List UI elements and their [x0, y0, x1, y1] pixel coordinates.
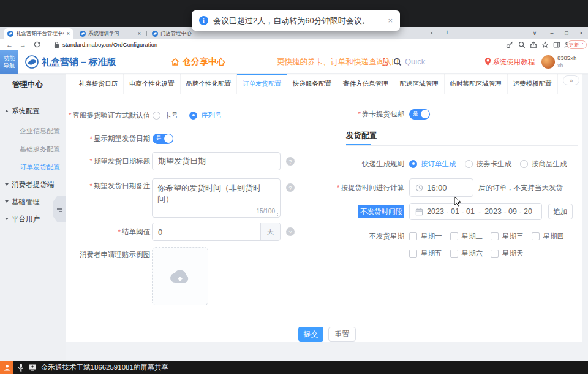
- url-text[interactable]: standard.maboy.cn/OrdConfiguration: [62, 39, 157, 50]
- sidebar-group-system-config[interactable]: 系统配置: [5, 107, 40, 115]
- expected-date-title-input[interactable]: 期望发货日期: [152, 152, 281, 170]
- mouse-cursor: [454, 196, 462, 207]
- checkbox-saturday[interactable]: [450, 250, 458, 258]
- tab-order-delivery-config[interactable]: 订单发货配置: [237, 74, 287, 94]
- password-key-icon[interactable]: [506, 41, 513, 48]
- checkbox-label[interactable]: 星期一: [421, 232, 442, 241]
- checkbox-monday[interactable]: [409, 232, 417, 240]
- submit-button[interactable]: 提交: [298, 327, 323, 342]
- window-close-button[interactable]: ×: [575, 27, 588, 39]
- resize-handle-icon[interactable]: [275, 212, 279, 216]
- radio-label[interactable]: 按商品生成: [532, 159, 567, 169]
- caret-down-icon: [5, 183, 9, 186]
- tutorial-link[interactable]: 系统使用教程: [492, 50, 535, 74]
- bookmark-star-icon[interactable]: [541, 41, 549, 48]
- checkbox-friday[interactable]: [409, 250, 417, 258]
- sidebar-collapse-handle[interactable]: [53, 196, 66, 222]
- window-maximize-button[interactable]: □: [560, 27, 573, 39]
- warehouse-share-label: 仓分享中心: [183, 56, 225, 67]
- tab-sender-info[interactable]: 寄件方信息管理: [337, 74, 394, 94]
- checkbox-label[interactable]: 星期三: [502, 232, 524, 241]
- tab-close-icon[interactable]: ×: [138, 31, 141, 37]
- checkbox-wednesday[interactable]: [491, 232, 499, 240]
- chrome-update-button[interactable]: 更新 ⋮: [567, 40, 587, 49]
- clock-icon: [415, 184, 423, 192]
- char-counter: 15/100: [256, 207, 275, 216]
- sidebar-item-basic-service[interactable]: 基础服务配置: [20, 145, 60, 153]
- window-menu-button[interactable]: ∨: [528, 27, 541, 39]
- sidebar-group-consumer[interactable]: 消费者提货端: [5, 180, 54, 189]
- free-shipping-toggle[interactable]: 是: [409, 109, 430, 120]
- radio-by-coupon[interactable]: [465, 160, 473, 168]
- quick-search-label[interactable]: Quick: [405, 50, 425, 74]
- radio-label[interactable]: 按订单生成: [421, 159, 456, 169]
- radio-label[interactable]: 按券卡生成: [477, 159, 512, 169]
- date-start-value[interactable]: 2023 - 01 - 01: [423, 207, 478, 216]
- radio-by-order[interactable]: [409, 160, 417, 168]
- back-button[interactable]: ←: [6, 40, 13, 49]
- checkbox-label[interactable]: 星期六: [462, 249, 483, 258]
- row-verify-method: *客服提货验证方式默认值 卡号 序列号: [66, 106, 323, 124]
- reset-button[interactable]: 重置: [328, 327, 356, 342]
- settle-threshold-input[interactable]: 0 天: [152, 223, 281, 241]
- tab-brand-custom[interactable]: 品牌个性化配置: [181, 74, 238, 94]
- new-tab-button[interactable]: +: [445, 28, 450, 37]
- sidebar-item-enterprise-info[interactable]: 企业信息配置: [20, 126, 60, 135]
- show-date-toggle[interactable]: 是: [153, 134, 173, 144]
- tab-coupon-calendar[interactable]: 礼券提货日历: [73, 74, 124, 94]
- search-icon[interactable]: [393, 58, 402, 66]
- radio-label[interactable]: 序列号: [201, 111, 222, 120]
- tab-temp-forbidden-region[interactable]: 临时禁配区域管理: [445, 74, 508, 94]
- screen-share-icon[interactable]: [28, 364, 37, 371]
- tab-delivery-region[interactable]: 配送区域管理: [394, 74, 445, 94]
- refresh-button[interactable]: [34, 41, 40, 48]
- forward-button[interactable]: →: [20, 40, 26, 49]
- tabs-overflow-button[interactable]: »: [563, 75, 579, 85]
- notification-close-icon[interactable]: ×: [388, 16, 393, 25]
- sidebar-group-basic-mgmt[interactable]: 基础管理: [5, 197, 40, 206]
- date-range-input[interactable]: 2023 - 01 - 01 - 2023 - 09 - 20: [409, 203, 542, 220]
- sidebar-item-order-delivery[interactable]: 订单发货配置: [20, 162, 60, 171]
- share-icon[interactable]: [530, 41, 537, 48]
- browser-tab-gift-admin[interactable]: 礼盒营销平台管理中心 ×: [4, 28, 74, 39]
- help-icon[interactable]: ?: [286, 183, 295, 192]
- microphone-icon[interactable]: [18, 363, 24, 372]
- user-subname: xh: [557, 62, 564, 69]
- checkbox-sunday[interactable]: [491, 250, 499, 258]
- required-mark: *: [69, 112, 71, 119]
- checkbox-thursday[interactable]: [532, 232, 540, 240]
- claim-example-upload[interactable]: [152, 247, 208, 305]
- radio-label[interactable]: 卡号: [164, 111, 178, 120]
- tab-freight-template[interactable]: 运费模板配置: [508, 74, 558, 94]
- radio-by-product[interactable]: [520, 160, 528, 168]
- username: 8385xh: [557, 55, 576, 62]
- checkbox-label[interactable]: 星期五: [421, 249, 442, 258]
- radio-serial-number[interactable]: [189, 112, 197, 120]
- warehouse-share-link[interactable]: 仓分享中心: [170, 50, 225, 74]
- window-minimize-button[interactable]: –: [545, 27, 559, 39]
- side-panel-icon[interactable]: [553, 41, 560, 48]
- expected-date-remark-textarea[interactable]: 你希望的发货时间（非到货时间） 15/100: [152, 178, 281, 218]
- append-button[interactable]: 追加: [548, 204, 573, 219]
- date-end-value[interactable]: 2023 - 09 - 20: [481, 207, 536, 216]
- radio-card-number[interactable]: [153, 112, 160, 120]
- checkbox-label[interactable]: 星期四: [543, 232, 565, 241]
- checkbox-label[interactable]: 星期二: [462, 232, 483, 241]
- function-nav-button[interactable]: 功能 导航: [0, 50, 18, 74]
- tab-close-icon[interactable]: ×: [67, 31, 70, 37]
- tab-ecommerce-custom[interactable]: 电商个性化设置: [124, 74, 181, 94]
- browser-tab-training[interactable]: 系统培训学习 ×: [76, 28, 145, 39]
- help-icon[interactable]: ?: [286, 227, 295, 236]
- help-icon[interactable]: ?: [286, 157, 295, 166]
- tab-divider: [146, 31, 147, 36]
- checkbox-label[interactable]: 星期天: [502, 249, 524, 258]
- tab-close-icon[interactable]: ×: [430, 30, 433, 36]
- checkbox-tuesday[interactable]: [450, 232, 458, 240]
- sidebar-group-platform-user[interactable]: 平台用户: [5, 215, 40, 223]
- unit-suffix: 天: [260, 223, 280, 240]
- row-no-ship-weekdays-1: 不发货星期 星期一 星期二 星期三 星期四: [323, 227, 582, 245]
- tab-express-service[interactable]: 快递服务配置: [287, 74, 337, 94]
- pickup-time-input[interactable]: 16:00: [409, 178, 473, 197]
- zoom-icon[interactable]: [518, 41, 526, 48]
- user-avatar[interactable]: [541, 55, 555, 69]
